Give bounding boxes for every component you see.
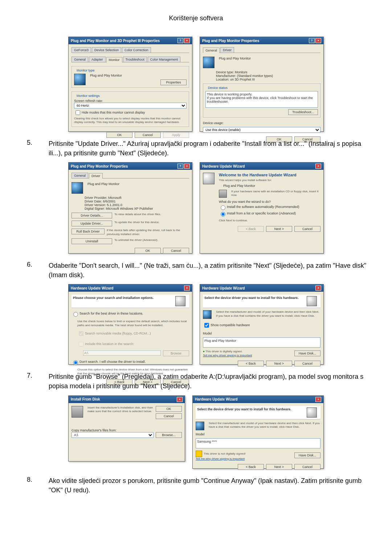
usage-select[interactable]: Use this device (enable) xyxy=(203,127,320,133)
driver-details-button[interactable]: Driver Details... xyxy=(72,213,112,218)
signing-link[interactable]: Tell me why driver signing is important xyxy=(203,354,252,357)
sig-value: Microsoft Windows XP Publisher xyxy=(106,207,153,210)
next-button[interactable]: Next > xyxy=(266,361,292,366)
monitor-icon xyxy=(203,57,215,68)
dialog-monitor-driver-tab: Plug and Play Monitor Properties?× Gener… xyxy=(68,162,192,254)
tab-color-mgmt[interactable]: Color Management xyxy=(148,57,181,62)
model-list[interactable]: Plug and Play Monitor xyxy=(203,337,320,348)
cancel-button[interactable]: Cancel xyxy=(294,226,320,232)
tab-driver[interactable]: Driver xyxy=(89,173,103,178)
ok-button[interactable]: OK xyxy=(156,406,182,412)
step-text-8: Ako vidite sljedeći prozor s porukom, pr… xyxy=(49,476,370,495)
properties-button[interactable]: Properties xyxy=(160,79,187,85)
cancel-button[interactable]: Cancel xyxy=(163,248,189,254)
wizard-icon xyxy=(175,296,185,306)
screenshot-row-4: Install From Disk× Insert the manufactur… xyxy=(22,395,370,469)
monitor-icon xyxy=(72,182,83,194)
cancel-button[interactable]: Cancel xyxy=(156,413,182,419)
rollback-driver-button[interactable]: Roll Back Driver xyxy=(72,229,105,234)
back-button[interactable]: < Back xyxy=(238,226,264,232)
browse-button[interactable]: Browse... xyxy=(156,432,182,438)
close-icon[interactable]: × xyxy=(184,164,190,169)
have-disk-button[interactable]: Have Disk... xyxy=(294,350,320,356)
wizard-heading: Select the device driver you want to ins… xyxy=(204,296,299,300)
window-title: Hardware Update Wizard xyxy=(202,286,245,290)
model-list[interactable]: Samsung **** xyxy=(196,438,320,448)
tab-device-selection[interactable]: Device Selection xyxy=(92,47,121,53)
radio-search[interactable]: Search for the best driver in these loca… xyxy=(72,311,189,317)
radio-auto[interactable]: Install the software automatically (Reco… xyxy=(219,204,320,210)
step-text-5: Pritisnite "Update Driver..." Ažuriraj u… xyxy=(49,139,370,158)
tab-troubleshoot[interactable]: Troubleshoot xyxy=(123,57,147,62)
tab-driver[interactable]: Driver xyxy=(220,47,234,53)
ok-button[interactable]: OK xyxy=(135,248,161,254)
radio-list[interactable]: Install from a list or specific location… xyxy=(219,211,320,217)
dialog-wizard-select-driver: Hardware Update Wizard× Select the devic… xyxy=(200,284,324,365)
window-title: Hardware Update Wizard xyxy=(195,397,238,401)
tab-monitor[interactable]: Monitor xyxy=(106,57,122,62)
chk-removable[interactable]: Search removable media (floppy, CD-ROM..… xyxy=(72,330,189,337)
back-button[interactable]: < Back xyxy=(238,464,264,470)
wizard-continue: Click Next to continue. xyxy=(219,219,320,222)
model-item[interactable]: Plug and Play Monitor xyxy=(204,339,236,342)
dialog-monitor-general-props: Plug and Play Monitor Properties ?× Gene… xyxy=(200,37,324,132)
close-icon[interactable]: × xyxy=(177,397,183,402)
window-title: Install From Disk xyxy=(71,397,100,401)
refresh-select[interactable]: 60 Hertz xyxy=(74,103,187,108)
ok-button[interactable]: OK xyxy=(106,132,132,138)
help-icon[interactable]: ? xyxy=(177,38,183,43)
help-icon[interactable]: ? xyxy=(177,164,183,169)
tab-general[interactable]: General xyxy=(72,173,88,178)
cancel-button[interactable]: Cancel xyxy=(294,464,320,470)
path-input[interactable] xyxy=(83,350,161,356)
dialog-wizard-welcome: Hardware Update Wizard× Welcome to the H… xyxy=(200,162,324,254)
have-disk-button[interactable]: Have Disk... xyxy=(294,452,320,458)
close-icon[interactable]: × xyxy=(184,38,190,43)
titlebar: Plug and Play Monitor Properties ?× xyxy=(200,37,323,44)
browse-button[interactable]: Browse xyxy=(163,350,189,356)
sig-label: Digital Signer: xyxy=(85,207,105,210)
wizard-device: Plug and Play Monitor xyxy=(223,184,320,188)
model-item[interactable]: Samsung **** xyxy=(197,440,217,443)
hide-modes-checkbox[interactable]: Hide modes that this monitor cannot disp… xyxy=(74,109,187,116)
model-label: Model xyxy=(196,432,320,436)
window-title: Plug and Play Monitor Properties xyxy=(71,164,128,168)
copy-from-label: Copy manufacturer's files from: xyxy=(72,428,182,432)
apply-button[interactable]: Apply xyxy=(163,132,189,138)
update-driver-desc: To update the driver for this device. xyxy=(114,221,160,224)
cancel-button[interactable]: Cancel xyxy=(135,132,161,138)
ver-label: Driver Version: xyxy=(85,203,106,207)
troubleshoot-button[interactable]: Troubleshoot... xyxy=(288,109,318,115)
next-button[interactable]: Next > xyxy=(266,464,292,470)
close-icon[interactable]: × xyxy=(315,397,321,402)
device-icon xyxy=(203,310,212,319)
help-icon[interactable]: ? xyxy=(309,38,315,43)
close-icon[interactable]: × xyxy=(315,286,321,291)
tab-general[interactable]: General xyxy=(203,48,220,53)
tab-geforce3[interactable]: GeForce3 xyxy=(72,47,91,53)
close-icon[interactable]: × xyxy=(315,164,321,169)
tab-color-correction[interactable]: Color Correction xyxy=(122,47,151,53)
uninstall-button[interactable]: Uninstall xyxy=(72,238,112,244)
wizard-tip: If your hardware came with an installati… xyxy=(231,190,320,197)
chk-location[interactable]: Include this location in the search: xyxy=(72,341,189,348)
prov-value: Microsoft xyxy=(108,196,122,200)
radio-dont-search[interactable]: Don't search. I will choose the driver t… xyxy=(72,359,189,365)
device-heading: Plug and Play Monitor xyxy=(87,182,119,186)
close-icon[interactable]: × xyxy=(184,286,190,291)
signing-link[interactable]: Tell me why driver signing is important xyxy=(196,457,246,460)
update-driver-button[interactable]: Update Driver... xyxy=(72,221,112,226)
date-label: Driver Date: xyxy=(85,200,102,203)
loc-value: on 3D Prophet III xyxy=(230,78,255,81)
cancel-button[interactable]: Cancel xyxy=(294,361,320,366)
tab-general[interactable]: General xyxy=(72,57,88,62)
chk-compatible[interactable]: Show compatible hardware xyxy=(203,322,320,329)
tab-adapter[interactable]: Adapter xyxy=(89,57,106,62)
next-button[interactable]: Next > xyxy=(266,226,292,232)
back-button[interactable]: < Back xyxy=(238,361,264,366)
step-number-5: 5. xyxy=(22,139,49,147)
close-icon[interactable]: × xyxy=(315,38,321,43)
wizard-heading: Select the device driver you want to ins… xyxy=(197,407,291,411)
path-select[interactable]: A:\ xyxy=(72,432,154,438)
window-title: Hardware Update Wizard xyxy=(71,286,114,290)
